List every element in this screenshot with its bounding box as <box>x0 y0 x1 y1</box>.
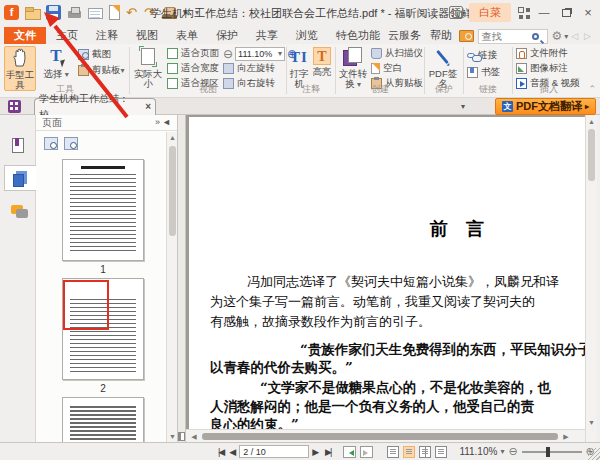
zoom-percentage[interactable]: 111.10% <box>459 446 497 457</box>
panel-splitter[interactable] <box>178 115 186 442</box>
bookmark-button[interactable]: 书签 <box>467 66 500 79</box>
scroll-up-icon[interactable]: ▲ <box>167 132 178 143</box>
tab-list-caret[interactable]: ▾ <box>461 102 465 111</box>
email-icon[interactable] <box>88 8 103 19</box>
split-layout-icon[interactable] <box>435 446 447 458</box>
from-scanner-button[interactable]: 从扫描仪 <box>371 47 423 60</box>
tab-cloud[interactable]: 云服务 <box>382 27 427 44</box>
document-vertical-scrollbar[interactable]: ▲ ▼ <box>585 115 597 442</box>
pdf-translate-button[interactable]: 文 PDF文档翻译 ▸ <box>495 98 596 115</box>
page-number-field[interactable] <box>239 445 309 458</box>
snapshot-button[interactable]: 截图 <box>78 48 111 61</box>
close-button[interactable]: × <box>580 6 596 20</box>
tab-view[interactable]: 视图 <box>130 27 164 44</box>
restore-button[interactable] <box>558 6 574 20</box>
facing-layout-icon[interactable] <box>419 446 431 458</box>
first-page-button[interactable]: |◀ <box>218 447 223 457</box>
document-tab[interactable]: 学生机构工作总结：校... × <box>34 98 156 115</box>
select-tool-label: 选择 <box>43 68 62 79</box>
foxit-logo-icon[interactable]: f <box>4 5 19 20</box>
zoom-combo[interactable]: 111.10% ▾ <box>235 47 285 61</box>
previous-view-icon[interactable] <box>343 446 356 458</box>
tab-close-icon[interactable]: × <box>145 99 151 115</box>
new-page-icon[interactable] <box>109 5 120 20</box>
last-page-button[interactable]: ▶| <box>325 447 330 457</box>
single-page-layout-icon[interactable] <box>387 446 399 458</box>
like-icon[interactable] <box>449 6 463 19</box>
pages-panel-button[interactable] <box>4 165 37 191</box>
ribbon-group-create: 文件转换 ▾ 从扫描仪 空白 从剪贴板 创建 <box>337 44 423 97</box>
blank-page-button[interactable]: 空白 <box>371 62 402 75</box>
fit-width-button[interactable]: 适合宽度 <box>167 62 219 75</box>
doc-text-line: “文学家不是做糖果点心的，不是化妆美容的，也 <box>260 379 551 397</box>
scroll-up-icon[interactable]: ▲ <box>586 116 597 127</box>
search-folder-icon[interactable] <box>459 30 474 42</box>
gear-icon[interactable]: ⚙ <box>551 29 562 43</box>
next-page-button[interactable]: ▶ <box>312 447 319 457</box>
search-icon[interactable] <box>532 33 539 40</box>
undo-icon[interactable]: ↶ <box>126 5 139 20</box>
select-tool-button[interactable]: T 选择 ▾ <box>40 46 72 80</box>
current-view-rect[interactable] <box>63 280 109 330</box>
zoom-out-icon[interactable]: ⊖ <box>508 445 517 458</box>
rotate-left-button[interactable]: 向左旋转 <box>223 62 275 75</box>
scroll-left-icon[interactable]: ◀ <box>189 431 199 442</box>
page-thumbnail-2[interactable] <box>62 278 144 380</box>
layout-grid-icon[interactable] <box>517 6 530 19</box>
ribbon: 手型工具 T 选择 ▾ 截图 剪贴板 ▾ 工具 实际大小 <box>0 44 600 98</box>
document-horizontal-scrollbar[interactable]: ◀ ▶ <box>186 429 585 442</box>
thumbnail-zoom-out-icon[interactable] <box>44 137 58 150</box>
clipboard-button[interactable]: 剪贴板 ▾ <box>78 64 125 77</box>
tab-comment[interactable]: 注释 <box>90 27 124 44</box>
page-thumbnail-1[interactable] <box>62 159 144 261</box>
scroll-down-icon[interactable]: ▼ <box>167 431 178 442</box>
save-icon[interactable] <box>46 5 61 20</box>
tab-share[interactable]: 共享 <box>250 27 284 44</box>
minimize-button[interactable]: — <box>536 6 552 20</box>
zoom-slider[interactable] <box>522 451 582 453</box>
previous-page-button[interactable]: ◀ <box>229 447 236 457</box>
tab-home[interactable]: 主页 <box>50 27 84 44</box>
panel-toggle-icon[interactable] <box>178 432 185 441</box>
find-next-icon[interactable]: ▷ <box>584 31 591 41</box>
blank-page-icon <box>371 63 380 74</box>
collapse-ribbon-icon[interactable]: ⌃ <box>588 84 596 94</box>
scroll-down-icon[interactable]: ▼ <box>586 417 597 428</box>
open-folder-icon[interactable] <box>25 5 40 20</box>
tab-form[interactable]: 表单 <box>170 27 204 44</box>
resize-grip[interactable] <box>588 448 600 460</box>
bookmarks-panel-button[interactable] <box>4 133 35 159</box>
image-annotation-button[interactable]: 图像标注 <box>516 62 568 75</box>
scroll-right-icon[interactable]: ▶ <box>561 431 571 442</box>
pdf-page[interactable]: 前 言 冯加同志选译了《契诃夫中短篇小说集》，凤麟兄和译 为这个集子写一篇前言。… <box>189 117 585 429</box>
tab-browse[interactable]: 浏览 <box>290 27 324 44</box>
page-number-label: 2 <box>62 383 144 394</box>
snapshot-icon <box>78 49 89 60</box>
group-label-create: 创建 <box>337 83 423 96</box>
thumbnail-scrollbar[interactable]: ▲ ▼ <box>166 132 177 442</box>
next-view-icon[interactable] <box>360 446 373 458</box>
continuous-layout-icon[interactable] <box>403 446 415 458</box>
zoom-caret[interactable]: ▾ <box>500 447 504 456</box>
panel-collapse-icon[interactable]: ◄ <box>162 117 173 127</box>
fit-page-button[interactable]: 适合页面 <box>167 47 219 60</box>
zoom-out-icon[interactable]: ⊖ <box>223 47 233 61</box>
print-icon[interactable] <box>67 5 82 20</box>
tab-protect[interactable]: 保护 <box>210 27 244 44</box>
zoom-slider-handle[interactable] <box>546 447 550 457</box>
document-view[interactable]: 前 言 冯加同志选译了《契诃夫中短篇小说集》，凤麟兄和译 为这个集子写一篇前言。… <box>186 115 585 429</box>
find-previous-icon[interactable]: ◁ <box>571 31 578 41</box>
document-tab-bar: 学生机构工作总结：校... × ▾ 文 PDF文档翻译 ▸ <box>0 98 600 115</box>
start-page-icon[interactable] <box>8 100 21 113</box>
comments-panel-button[interactable] <box>4 199 35 225</box>
gear-dropdown-caret[interactable]: ▾ <box>564 32 568 41</box>
tab-features[interactable]: 特色功能 <box>330 27 386 44</box>
account-button[interactable]: 白菜 <box>469 3 511 22</box>
highlight-button[interactable]: T 高亮 <box>312 46 332 77</box>
tab-file[interactable]: 文件 <box>4 27 46 44</box>
thumbnail-zoom-in-icon[interactable] <box>64 137 78 150</box>
file-attachment-button[interactable]: 文件附件 <box>516 47 568 60</box>
link-button[interactable]: 链接 <box>467 49 497 62</box>
ribbon-group-view: 实际大小 适合页面 适合宽度 适合视区 ⊖ 111.10% ▾ ⊕ 向左旋转 <box>131 44 285 97</box>
tab-help[interactable]: 帮助 <box>424 27 458 44</box>
